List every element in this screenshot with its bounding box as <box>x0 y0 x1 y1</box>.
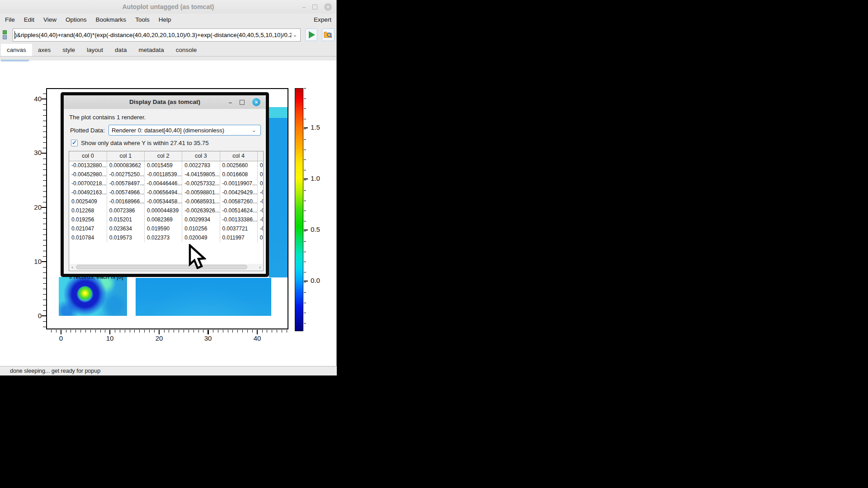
table-row[interactable]: -0.00700218...-0.00578497...-0.00446446.… <box>69 179 264 188</box>
column-header[interactable]: col 2 <box>145 151 182 161</box>
column-header[interactable]: col 4 <box>220 151 257 161</box>
table-row[interactable]: 0.0025409-0.00168966...-0.00534458...-0.… <box>69 197 264 206</box>
table-cell[interactable]: -0.00132880... <box>69 161 107 170</box>
menu-view[interactable]: View <box>43 16 57 23</box>
table-cell[interactable]: -0.00118539... <box>145 170 182 179</box>
renderer-select[interactable]: Renderer 0: dataset[40,40] (dimensionles… <box>108 125 261 136</box>
table-cell[interactable]: -0.00587260... <box>220 197 257 206</box>
table-row[interactable]: 0.0192560.0152010.00823690.0029934-0.001… <box>69 215 264 224</box>
table-cell[interactable]: -0.00263926... <box>182 206 220 215</box>
table-cell[interactable]: 0.015201 <box>107 215 144 224</box>
uri-input[interactable]: )&ripples(40,40)+rand(40,40)*(exp(-dista… <box>13 28 301 42</box>
table-cell[interactable]: -0.00452980... <box>69 170 107 179</box>
chevron-down-icon[interactable]: ⌄ <box>292 32 299 38</box>
table-cell[interactable]: -0.00446446... <box>145 179 182 188</box>
data-table-container[interactable]: col 0 col 1 col 2 col 3 col 4 -0.0013288… <box>69 151 264 271</box>
table-cell[interactable]: -4.04159805... <box>182 170 220 179</box>
table-cell[interactable]: 0.0025409 <box>69 197 107 206</box>
table-cell[interactable]: -0.00133386... <box>220 215 257 224</box>
table-row[interactable]: 0.0122680.00723860.000044839-0.00263926.… <box>69 206 264 215</box>
horizontal-scrollbar[interactable]: ‹ › <box>70 264 263 270</box>
menu-options[interactable]: Options <box>66 16 87 23</box>
minimize-icon[interactable]: – <box>302 4 306 10</box>
table-cell[interactable]: 0.0025660 <box>220 161 257 170</box>
table-row[interactable]: -0.00492163...-0.00574966...-0.00656494.… <box>69 188 264 197</box>
table-cell[interactable]: 0.021047 <box>69 224 107 233</box>
scrollbar-thumb[interactable] <box>76 265 247 269</box>
uri-text[interactable]: )&ripples(40,40)+rand(40,40)*(exp(-dista… <box>15 32 292 38</box>
table-cell[interactable]: 0.00 <box>257 161 264 170</box>
tab-layout[interactable]: layout <box>81 44 109 56</box>
table-cell[interactable]: -0.00275250... <box>107 170 144 179</box>
tab-canvas[interactable]: canvas <box>1 44 32 56</box>
expert-mode-label[interactable]: Expert <box>314 16 331 23</box>
tab-data[interactable]: data <box>109 44 132 56</box>
tab-axes[interactable]: axes <box>32 44 57 56</box>
table-cell[interactable]: 0.011997 <box>220 233 257 242</box>
table-cell[interactable]: -0.00598801... <box>182 188 220 197</box>
table-cell[interactable]: -0.00656494... <box>145 188 182 197</box>
table-cell[interactable]: -0.0 <box>257 206 264 215</box>
table-cell[interactable]: 0.0022783 <box>182 161 220 170</box>
table-cell[interactable]: -0.00492163... <box>69 188 107 197</box>
y-filter-checkbox[interactable]: ✓ <box>71 140 78 146</box>
table-cell[interactable]: 0.000083662 <box>107 161 144 170</box>
inspect-uri-button[interactable] <box>322 28 335 41</box>
dialog-minimize-icon[interactable]: – <box>229 99 232 106</box>
table-cell[interactable]: -0.00574966... <box>107 188 144 197</box>
table-cell[interactable]: 0.00 <box>257 170 264 179</box>
table-cell[interactable]: -0.00700218... <box>69 179 107 188</box>
table-row[interactable]: -0.00132880...0.0000836620.00154590.0022… <box>69 161 264 170</box>
table-cell[interactable]: -0.00429429... <box>220 188 257 197</box>
scroll-left-icon[interactable]: ‹ <box>70 265 75 270</box>
table-row[interactable]: -0.00452980...-0.00275250...-0.00118539.… <box>69 170 264 179</box>
table-cell[interactable]: 0.00 <box>257 179 264 188</box>
table-cell[interactable]: 0.0037721 <box>220 224 257 233</box>
plot-go-button[interactable] <box>305 28 318 41</box>
dialog-titlebar[interactable]: Display Data (as tomcat) – × <box>64 95 266 109</box>
close-icon[interactable]: × <box>324 3 332 11</box>
column-header[interactable]: col 3 <box>182 151 220 161</box>
tab-console[interactable]: console <box>170 44 203 56</box>
scroll-right-icon[interactable]: › <box>257 265 263 270</box>
column-header[interactable]: col 1 <box>107 151 144 161</box>
menu-file[interactable]: File <box>5 16 15 23</box>
menu-help[interactable]: Help <box>159 16 171 23</box>
tab-style[interactable]: style <box>57 44 81 56</box>
table-cell[interactable]: 0.019256 <box>69 215 107 224</box>
table-row[interactable]: 0.0210470.0236340.0195900.0102560.003772… <box>69 224 264 233</box>
table-cell[interactable]: 0.010784 <box>69 233 107 242</box>
table-cell[interactable]: 0.00 <box>257 233 264 242</box>
column-header[interactable] <box>257 151 264 161</box>
maximize-icon[interactable] <box>312 5 317 9</box>
column-header[interactable]: col 0 <box>69 151 107 161</box>
menu-bookmarks[interactable]: Bookmarks <box>96 16 127 23</box>
table-cell[interactable]: 0.0029934 <box>182 215 220 224</box>
table-cell[interactable]: -0.00685931... <box>182 197 220 206</box>
table-cell[interactable]: -0.00578497... <box>107 179 144 188</box>
dialog-close-icon[interactable]: × <box>252 98 260 106</box>
table-cell[interactable]: -0.00119907... <box>220 179 257 188</box>
table-cell[interactable]: 0.0016608 <box>220 170 257 179</box>
table-cell[interactable]: 0.023634 <box>107 224 144 233</box>
menu-tools[interactable]: Tools <box>135 16 150 23</box>
table-cell[interactable]: 0.020049 <box>182 233 220 242</box>
table-cell[interactable]: 0.012268 <box>69 206 107 215</box>
table-row[interactable]: 0.0107840.0195730.0223730.0200490.011997… <box>69 233 264 242</box>
table-cell[interactable]: 0.0082369 <box>145 215 182 224</box>
table-cell[interactable]: 0.010256 <box>182 224 220 233</box>
table-cell[interactable]: 0.000044839 <box>145 206 182 215</box>
tab-metadata[interactable]: metadata <box>132 44 170 56</box>
table-cell[interactable]: 0.0072386 <box>107 206 144 215</box>
table-cell[interactable]: 0.019573 <box>107 233 144 242</box>
table-cell[interactable]: -0.0 <box>257 197 264 206</box>
table-cell[interactable]: -0.00514624... <box>220 206 257 215</box>
table-cell[interactable]: -0.0 <box>257 224 264 233</box>
table-cell[interactable]: -0.0 <box>257 188 264 197</box>
dialog-maximize-icon[interactable] <box>240 100 245 105</box>
table-cell[interactable]: -0.00534458... <box>145 197 182 206</box>
table-cell[interactable]: 0.022373 <box>145 233 182 242</box>
table-cell[interactable]: 0.0015459 <box>145 161 182 170</box>
table-cell[interactable]: 0.019590 <box>145 224 182 233</box>
table-cell[interactable]: -0.00168966... <box>107 197 144 206</box>
